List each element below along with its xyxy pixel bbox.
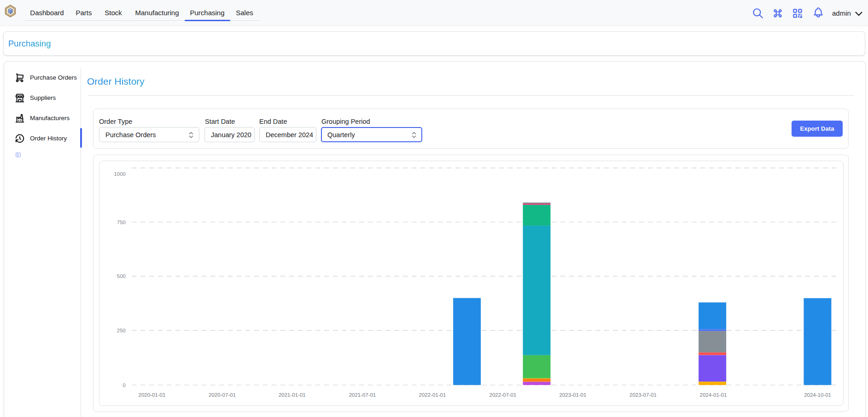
svg-text:250: 250 xyxy=(117,328,126,333)
svg-text:1000: 1000 xyxy=(114,171,126,177)
svg-text:2020-01-01: 2020-01-01 xyxy=(139,392,166,398)
svg-text:0: 0 xyxy=(123,382,126,388)
svg-text:750: 750 xyxy=(117,220,126,225)
svg-text:2023-01-01: 2023-01-01 xyxy=(559,392,587,398)
svg-text:2020-07-01: 2020-07-01 xyxy=(209,392,236,398)
svg-text:2022-01-01: 2022-01-01 xyxy=(419,392,446,398)
svg-text:2023-07-01: 2023-07-01 xyxy=(629,392,657,398)
svg-text:2022-07-01: 2022-07-01 xyxy=(489,392,517,398)
svg-text:2021-07-01: 2021-07-01 xyxy=(349,392,376,398)
svg-text:2024-01-01: 2024-01-01 xyxy=(700,392,727,398)
svg-text:500: 500 xyxy=(117,273,126,279)
svg-text:2021-01-01: 2021-01-01 xyxy=(279,392,306,398)
svg-text:2024-10-01: 2024-10-01 xyxy=(804,392,831,398)
